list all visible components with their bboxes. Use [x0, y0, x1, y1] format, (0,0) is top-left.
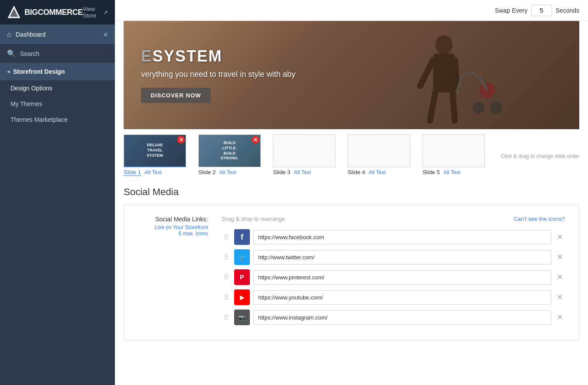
instagram-icon: 📷 [234, 309, 250, 325]
storefront-design-header[interactable]: ◂ Storefront Design [0, 63, 115, 80]
slide-1-label: Slide 1 [124, 169, 141, 176]
pinterest-remove-button[interactable]: ✕ [555, 272, 565, 282]
slide-2-container: BUILDLITTLE.BUILDSTRONG. ✕ Slide 2 Alt T… [198, 134, 271, 176]
instagram-url-input[interactable] [253, 310, 551, 325]
main-content: Swap Every Seconds [115, 0, 588, 385]
social-media-card: Social Media Links: Live on Your Storefr… [124, 205, 579, 340]
sidebar-item-dashboard[interactable]: ⌂ Dashboard « [0, 24, 115, 44]
social-row-instagram: ⠿ 📷 ✕ [222, 309, 565, 325]
svg-point-9 [473, 102, 485, 114]
slide-hero-subtitle: verything you need to travel in style wi… [141, 69, 295, 80]
instagram-remove-button[interactable]: ✕ [555, 313, 565, 322]
slide-hero-title: ESYSTEM [141, 47, 295, 65]
slide-1-container: DELUXETRAVELSYSTEM ✕ Slide 1 Alt Text [124, 134, 197, 176]
social-drag-hint: Drag & drop to rearrange [222, 216, 285, 222]
external-link-icon: ↗ [103, 9, 108, 16]
drag-handle-instagram[interactable]: ⠿ [222, 313, 231, 322]
social-row-twitter: ⠿ 🐦 ✕ [222, 249, 565, 265]
slide-5-label: Slide 5 [422, 169, 440, 175]
svg-point-10 [490, 102, 502, 114]
twitter-remove-button[interactable]: ✕ [555, 252, 565, 262]
youtube-remove-button[interactable]: ✕ [555, 292, 565, 302]
top-bar: Swap Every Seconds [115, 0, 588, 21]
facebook-url-input[interactable] [253, 230, 551, 244]
youtube-url-input[interactable] [253, 290, 551, 305]
slide-5-alt-text[interactable]: Alt Text [443, 169, 460, 175]
slide-2-thumb[interactable]: BUILDLITTLE.BUILDSTRONG. ✕ [198, 134, 261, 167]
slide-2-alt-text[interactable]: Alt Text [219, 169, 236, 175]
slide-4-label: Slide 4 [348, 169, 365, 175]
collapse-icon[interactable]: « [104, 30, 108, 39]
svg-line-5 [455, 60, 457, 88]
logo-area: BIGCOMMERCE [7, 5, 83, 19]
seconds-label: Seconds [556, 7, 579, 14]
pinterest-icon: P [234, 269, 250, 285]
drag-hint: Click & drag to change slide order [495, 151, 579, 159]
slideshow-preview: ESYSTEM verything you need to travel in … [124, 21, 579, 176]
drag-handle-youtube[interactable]: ⠿ [222, 293, 231, 302]
svg-line-6 [430, 93, 435, 120]
slide-2-remove-button[interactable]: ✕ [252, 136, 259, 144]
arrow-icon: ◂ [7, 69, 10, 75]
slide-4-container: Slide 4 Alt Text [348, 134, 421, 176]
slide-1-alt-text[interactable]: Alt Text [145, 169, 162, 175]
sidebar-item-my-themes[interactable]: My Themes [0, 96, 115, 112]
social-media-title: Social Media [124, 186, 579, 198]
svg-point-2 [435, 35, 453, 55]
slide-1-thumb[interactable]: DELUXETRAVELSYSTEM ✕ [124, 134, 186, 167]
social-media-inner: Social Media Links: Live on Your Storefr… [138, 216, 565, 330]
drag-handle-facebook[interactable]: ⠿ [222, 233, 231, 241]
social-live-label: Live on Your Storefront 6 max. icons [138, 224, 208, 237]
sidebar-item-search[interactable]: 🔍 Search [0, 44, 115, 63]
logo-text: BIGCOMMERCE [24, 8, 83, 17]
sidebar: BIGCOMMERCE View Store ↗ ⌂ Dashboard « 🔍… [0, 0, 115, 385]
view-store-link[interactable]: View Store ↗ [83, 6, 108, 19]
social-label-column: Social Media Links: Live on Your Storefr… [138, 216, 208, 330]
search-icon: 🔍 [7, 49, 16, 58]
slide-hero: ESYSTEM verything you need to travel in … [124, 21, 579, 129]
pinterest-url-input[interactable] [253, 270, 551, 285]
sidebar-header: BIGCOMMERCE View Store ↗ [0, 0, 115, 24]
slide-1-remove-button[interactable]: ✕ [177, 136, 185, 144]
home-icon: ⌂ [7, 31, 11, 38]
svg-rect-3 [433, 53, 455, 92]
discover-now-button[interactable]: DISCOVER NOW [141, 88, 211, 103]
social-media-section: Social Media Social Media Links: Live on… [115, 176, 588, 351]
swap-every-label: Swap Every [495, 7, 528, 14]
slideshow-section: ESYSTEM verything you need to travel in … [115, 21, 588, 176]
bigcommerce-logo-icon [7, 5, 21, 19]
twitter-url-input[interactable] [253, 250, 551, 265]
social-row-facebook: ⠿ f ✕ [222, 229, 565, 245]
hero-image [370, 21, 544, 129]
slide-4-alt-text[interactable]: Alt Text [369, 169, 386, 175]
slide-3-alt-text[interactable]: Alt Text [294, 169, 311, 175]
cant-see-icons-link[interactable]: Can't see the icons? [514, 216, 565, 222]
slide-4-thumb[interactable] [348, 134, 410, 167]
slide-3-thumb[interactable] [273, 134, 336, 167]
sidebar-item-design-options[interactable]: Design Options [0, 80, 115, 96]
slide-5-thumb[interactable] [422, 134, 485, 167]
slide-hero-content: ESYSTEM verything you need to travel in … [124, 34, 313, 116]
social-content-column: Drag & drop to rearrange Can't see the i… [222, 216, 565, 330]
youtube-icon: ▶ [234, 289, 250, 305]
social-links-label: Social Media Links: [138, 216, 208, 223]
svg-line-7 [453, 93, 455, 120]
twitter-icon: 🐦 [234, 249, 250, 265]
svg-line-4 [420, 60, 433, 86]
social-row-pinterest: ⠿ P ✕ [222, 269, 565, 285]
facebook-icon: f [234, 229, 250, 245]
sidebar-item-themes-marketplace[interactable]: Themes Marketplace [0, 112, 115, 127]
slide-2-label: Slide 2 [198, 169, 216, 175]
slide-3-label: Slide 3 [273, 169, 291, 175]
slide-3-container: Slide 3 Alt Text [273, 134, 346, 176]
slide-5-container: Slide 5 Alt Text [422, 134, 495, 176]
facebook-remove-button[interactable]: ✕ [555, 232, 565, 242]
drag-handle-pinterest[interactable]: ⠿ [222, 273, 231, 282]
drag-handle-twitter[interactable]: ⠿ [222, 253, 231, 261]
social-row-youtube: ⠿ ▶ ✕ [222, 289, 565, 305]
swap-every-input[interactable] [531, 5, 552, 16]
